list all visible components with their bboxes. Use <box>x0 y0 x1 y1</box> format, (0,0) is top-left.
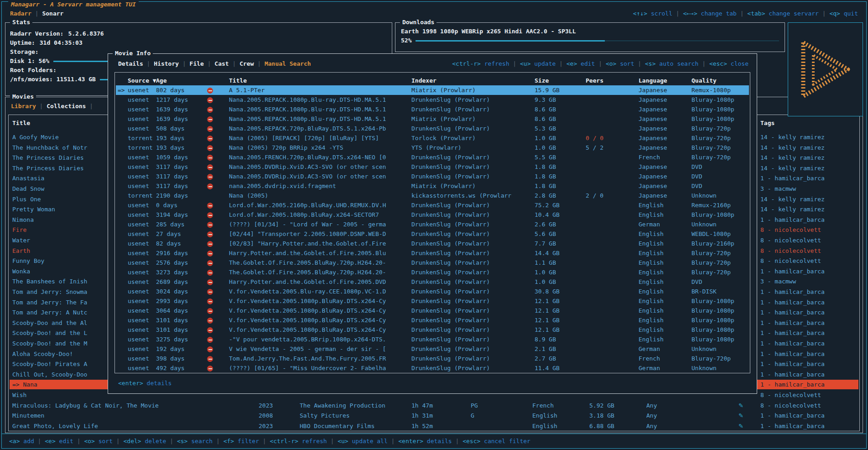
search-result-row[interactable]: usenet 3064 days V.for.Vendetta.2005.108… <box>116 306 749 315</box>
release-language: English <box>639 210 664 220</box>
release-source: usenet <box>128 220 149 229</box>
tab-library[interactable]: Library <box>11 103 36 110</box>
tab-history[interactable]: History <box>154 60 179 67</box>
search-result-row[interactable]: usenet 3275 days -"V pour vendetta.2005.… <box>116 335 749 344</box>
search-result-row[interactable]: usenet 3117 days Nana.2005.DVDRip.XviD.A… <box>116 172 749 181</box>
edit-pencil-icon[interactable] <box>738 421 743 431</box>
search-result-row[interactable]: usenet 3101 days V.for.Vendetta.2005.108… <box>116 315 749 325</box>
movie-title: Miraculous: Ladybug & Cat Noir, The Movi… <box>12 401 159 410</box>
movie-tag: 1 - hamilcar_barca <box>760 287 860 297</box>
release-language: Japanese <box>639 114 667 124</box>
release-language: English <box>639 239 664 248</box>
release-language: Japanese <box>639 124 667 133</box>
movie-tag: 1 - hamilcar_barca <box>760 421 860 431</box>
release-age: 508 days <box>156 124 185 133</box>
search-result-row[interactable]: usenet 398 days Tom.And.Jerry.The.Fast.A… <box>116 354 749 363</box>
search-result-row[interactable]: torrent 193 days Nana (2005) [REPACK] [7… <box>116 133 749 143</box>
release-quality: Bluray-1080p <box>691 210 734 220</box>
edit-pencil-icon[interactable] <box>738 401 743 410</box>
release-size: 2.8 GB <box>535 191 556 200</box>
release-age: 398 days <box>156 354 185 363</box>
release-title: Nana.2005.DVDRip.XviD.AC3-SVO (or other … <box>229 162 386 172</box>
search-result-row[interactable]: usenet 3194 days Lord.of.War.2005.1080p.… <box>116 210 749 220</box>
release-age: 193 days <box>156 143 185 152</box>
search-result-row[interactable]: => usenet 802 days A 5.1-PTer Miatrix (P… <box>116 85 749 95</box>
tab-collections[interactable]: Collections <box>47 103 86 110</box>
search-result-row[interactable]: usenet 3117 days Nana.2005.DVDRip.XviD.A… <box>116 162 749 172</box>
release-quality: Bluray-1080p <box>691 325 734 335</box>
release-language: German <box>639 220 660 229</box>
search-result-row[interactable]: usenet 3101 days V.for.Vendetta.2005.108… <box>116 325 749 335</box>
movie-year: 2023 <box>259 401 273 410</box>
tab-cast[interactable]: Cast <box>214 60 229 67</box>
release-size: 12.1 GB <box>535 306 560 315</box>
movie-list-row[interactable]: Minutemen 2008 Salty Pictures 1h 31m G E… <box>10 411 858 420</box>
release-source: usenet <box>128 114 149 124</box>
search-result-row[interactable]: usenet 2993 days V.for.Vendetta.2005.108… <box>116 296 749 306</box>
movie-language: French <box>532 401 554 410</box>
search-result-row[interactable]: usenet 2689 days Harry.Potter.and.the.Go… <box>116 277 749 287</box>
search-result-row[interactable]: usenet 2576 days The.Goblet.Of.Fire.2005… <box>116 258 749 267</box>
release-title: [02/83] "Harry.Potter.and.the.Goblet.of.… <box>229 239 386 248</box>
search-result-row[interactable]: usenet 3273 days The.Goblet.Of.Fire.2005… <box>116 267 749 277</box>
search-result-row[interactable]: torrent 193 days Nana (2005) 720p BRRip … <box>116 143 749 152</box>
search-result-row[interactable]: usenet 1059 days Nana.2005.FRENCH.720p.B… <box>116 152 749 162</box>
tab-details[interactable]: Details <box>118 60 143 67</box>
release-source: usenet <box>128 229 149 239</box>
movie-tag: 14 - kelly ramirez <box>760 153 860 162</box>
search-result-row[interactable]: usenet 508 days Nana.2005.REPACK.720p.Bl… <box>116 124 749 133</box>
search-result-row[interactable]: usenet 2916 days Harry.Potter.and.the.Go… <box>116 248 749 258</box>
search-result-row[interactable]: usenet 3117 days nana.2005.dvdrip.xvid.f… <box>116 181 749 191</box>
movie-title: Scooby-Doo! and the L <box>12 328 87 338</box>
app-title: Managarr - A Servarr management TUI <box>8 0 139 8</box>
release-indexer: DrunkenSlug (Prowlarr) <box>411 287 490 296</box>
release-source: usenet <box>128 344 149 354</box>
search-result-row[interactable]: usenet 192 days V wie Vendetta - 2005 - … <box>116 344 749 354</box>
release-language: Japanese <box>639 172 667 181</box>
release-indexer: DrunkenSlug (Prowlarr) <box>411 105 490 114</box>
movie-list-row[interactable]: Great Photo, Lovely Life 2023 HBO Docume… <box>10 421 858 431</box>
edit-pencil-icon[interactable] <box>738 411 743 420</box>
release-size: 14.4 GB <box>535 248 560 258</box>
movie-title: Great Photo, Lovely Life <box>12 421 98 431</box>
release-indexer: DrunkenSlug (Prowlarr) <box>411 258 490 267</box>
movie-tag: 1 - hamilcar_barca <box>760 339 860 348</box>
release-quality: Unknown <box>691 191 717 200</box>
release-size: 1.8 GB <box>535 181 556 191</box>
tab-sonarr[interactable]: Sonarr <box>42 10 63 17</box>
search-result-row[interactable]: usenet 1217 days Nana.2005.REPACK.1080p.… <box>116 95 749 105</box>
movie-title: Fire <box>12 225 26 235</box>
tab-crew[interactable]: Crew <box>239 60 254 67</box>
release-age: 1639 days <box>156 114 188 124</box>
uptime-value: 31d 04:35:03 <box>40 38 83 47</box>
release-age: 3273 days <box>156 267 188 277</box>
movie-list-row[interactable]: Miraculous: Ladybug & Cat Noir, The Movi… <box>10 401 858 410</box>
release-language: English <box>639 335 664 344</box>
rejection-icon <box>207 210 213 220</box>
release-source: usenet <box>128 306 149 315</box>
search-result-row[interactable]: torrent 2190 days Nana (2005) kickasstor… <box>116 191 749 200</box>
release-source: torrent <box>128 191 153 200</box>
search-result-row[interactable]: usenet 285 days (????) [01/34] - "Lord o… <box>116 220 749 229</box>
search-result-row[interactable]: usenet 492 days (????) [01/65] - "Miss U… <box>116 363 749 373</box>
release-indexer: DrunkenSlug (Prowlarr) <box>411 124 490 133</box>
search-result-row[interactable]: usenet 1639 days Nana.2005.REPACK.1080p.… <box>116 105 749 114</box>
release-size: 1.0 GB <box>535 143 556 152</box>
release-source: usenet <box>128 172 149 181</box>
release-indexer: DrunkenSlug (Prowlarr) <box>411 363 490 373</box>
release-size: 1.8 GB <box>535 172 556 181</box>
release-source: usenet <box>128 85 149 95</box>
movie-tag: 1 - hamilcar_barca <box>760 318 860 328</box>
rejection-icon <box>207 306 213 315</box>
search-result-row[interactable]: usenet 0 days Lord.of.War.2005.2160p.Blu… <box>116 200 749 210</box>
search-result-row[interactable]: usenet 27 days [02/44] "Transporter 2.20… <box>116 229 749 239</box>
tab-file[interactable]: File <box>190 60 204 67</box>
tab-radarr[interactable]: Radarr <box>10 10 31 17</box>
release-indexer: DrunkenSlug (Prowlarr) <box>411 210 490 220</box>
search-result-row[interactable]: usenet 3024 days V.for.Vendetta.2005.Blu… <box>116 287 749 296</box>
rejection-icon <box>207 296 213 306</box>
tab-manual-search[interactable]: Manual Search <box>265 60 311 67</box>
search-result-row[interactable]: usenet 82 days [02/83] "Harry.Potter.and… <box>116 239 749 248</box>
release-language: English <box>639 315 664 325</box>
search-result-row[interactable]: usenet 1639 days Nana.2005.REPACK.1080p.… <box>116 114 749 124</box>
